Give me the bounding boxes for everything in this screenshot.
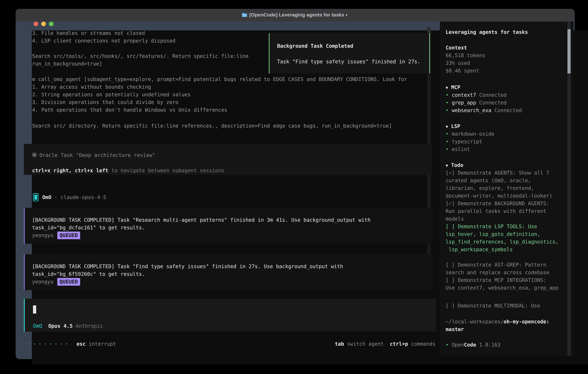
fisheye-icon xyxy=(32,153,37,157)
task-author: yeongyu xyxy=(32,279,53,285)
task-message-line2: task_id="bg_dcfac161" to get results. xyxy=(32,224,145,231)
chat-line: run_in_background=true] xyxy=(32,60,102,68)
chevron-down-icon: ▼ xyxy=(446,124,448,129)
context-used: 33% used xyxy=(446,59,470,67)
close-window-button[interactable] xyxy=(33,21,38,26)
status-dot-icon: • xyxy=(446,107,449,113)
brand-open: Open xyxy=(452,342,464,348)
status-dot-icon: • xyxy=(446,92,449,98)
mcp-item: • websearch_exa Connected xyxy=(446,107,522,114)
tab-key: tab xyxy=(335,341,344,347)
version-number: 1.0.163 xyxy=(476,342,501,348)
todo-line-pending: search and replace across codebase xyxy=(446,269,549,276)
agent-name: OmO xyxy=(42,194,51,200)
opencode-version-row: • OpenCode 1.0.163 xyxy=(446,341,501,349)
input-provider: Anthropic xyxy=(76,323,103,329)
window-title-text: [OpenCode] Leveraging agents for tasks ◐ xyxy=(249,12,348,18)
tool-call-item: 3. Division operations that could divide… xyxy=(32,98,178,106)
background-task-notification: Background Task Completed Task "Find typ… xyxy=(269,33,430,73)
chevron-down-icon: ▼ xyxy=(446,85,448,90)
context-heading: Context xyxy=(446,44,467,52)
chevron-down-icon: ▼ xyxy=(446,163,448,168)
todo-line-pending: Use context7, websearch_exa, grep_app xyxy=(446,284,558,292)
todo-line-pending: [ ] Demonstrate AST-GREP: Pattern xyxy=(446,261,546,269)
todo-line-done: [✓] Demonstrate AGENTS: Show all 7 xyxy=(446,169,549,177)
workspace-repo: oh-my-opencode: xyxy=(504,319,549,324)
input-agent: OmO xyxy=(33,323,42,329)
chat-line: 3. File handles or streams not closed xyxy=(32,29,145,37)
input-meta-row: OmO Opus 4.5 Anthropic xyxy=(33,322,103,330)
context-tokens: 66,518 tokens xyxy=(446,52,485,59)
todo-line-active: lsp_find_references, lsp_diagnostics, xyxy=(446,238,558,246)
hint-keys: ctrl+x right, ctrl+x left xyxy=(32,168,108,173)
task-message-card: [BACKGROUND TASK COMPLETED] Task "Find t… xyxy=(24,254,433,290)
tool-call-tail: Search src/ directory. Return specific f… xyxy=(32,122,392,130)
notification-body: Task "Find type safety issues" finished … xyxy=(277,58,420,65)
input-model: Opus 4.5 xyxy=(48,323,73,329)
task-message-meta: yeongyuQUEUED xyxy=(32,231,80,239)
workspace-branch: master xyxy=(446,326,464,333)
agent-header: OmO · claude-opus-4-5 xyxy=(42,194,106,201)
title-bar: [OpenCode] Leveraging agents for tasks ◐ xyxy=(16,9,575,21)
lsp-section-header[interactable]: ▼ LSP xyxy=(446,123,460,130)
zoom-window-button[interactable] xyxy=(49,21,53,26)
context-spent: $0.46 spent xyxy=(446,67,479,75)
status-dot-icon: • xyxy=(446,100,449,105)
task-author: yeongyu xyxy=(32,232,53,238)
sidebar-scrollbar-thumb[interactable] xyxy=(567,29,571,73)
spinner-dots-icon: ········ xyxy=(28,341,71,347)
status-dot-icon: • xyxy=(446,139,449,145)
lsp-item: • typescript xyxy=(446,138,482,145)
oracle-task-hint: ctrl+x right, ctrl+x left to navigate be… xyxy=(32,167,224,174)
minimize-window-button[interactable] xyxy=(41,21,46,26)
oracle-task-title: Oracle Task "Deep architecture review" xyxy=(32,151,155,159)
chat-line: 4. LSP client connections not properly d… xyxy=(32,37,175,45)
esc-label: interrupt xyxy=(86,341,116,347)
todo-section-header[interactable]: ▼ Todo xyxy=(446,161,463,169)
agent-checkbox-icon[interactable] xyxy=(33,193,39,201)
task-message-meta: yeongyuQUEUED xyxy=(32,278,80,286)
status-badge: QUEUED xyxy=(57,278,80,286)
notification-title: Background Task Completed xyxy=(277,42,353,50)
tab-label: switch agent xyxy=(344,341,384,347)
todo-line-done: document-writer, multimodal-looker) xyxy=(446,192,552,200)
status-dot-icon: • xyxy=(446,342,449,348)
status-bar-right: tab switch agent ctrl+p commands xyxy=(330,340,435,348)
gear-icon: ⚙ xyxy=(32,76,35,82)
status-dot-icon: • xyxy=(446,146,449,152)
oracle-task-box: Oracle Task "Deep architecture review" c… xyxy=(24,144,432,175)
tool-call-item: 2. String operations on potentially unde… xyxy=(32,91,191,98)
todo-line-done: curated agents (OmO, oracle, xyxy=(446,177,531,184)
mcp-item: • grep_app Connected xyxy=(446,99,506,107)
todo-line-pending: [ ] Demonstrate MULTIMODAL: Use xyxy=(446,302,540,310)
task-message-line2: task_id="bg_6f59260c" to get results. xyxy=(32,270,145,278)
task-message-card: [BACKGROUND TASK COMPLETED] Task "Resear… xyxy=(24,208,433,244)
window-title: [OpenCode] Leveraging agents for tasks ◐ xyxy=(16,12,575,18)
text-cursor xyxy=(33,305,36,313)
todo-line-pending: [ ] Demonstrate MCP INTEGRATIONS: xyxy=(446,276,546,284)
screenshot-canvas: [OpenCode] Leveraging agents for tasks ◐… xyxy=(0,0,588,374)
todo-line-active: lsp_hover, lsp_goto_definition, xyxy=(446,230,540,238)
tool-call-item: 1. Array access without bounds checking xyxy=(32,83,151,91)
status-dot-icon: • xyxy=(446,131,449,137)
mcp-item: • context7 Connected xyxy=(446,91,506,99)
ctrlp-label: commands xyxy=(408,341,435,347)
status-badge: QUEUED xyxy=(57,231,80,239)
separator-dot: · xyxy=(54,194,57,200)
folder-icon xyxy=(242,13,247,17)
lsp-item: • eslint xyxy=(446,145,470,153)
tool-call-line: ⚙ call_omo_agent [subagent_type=explore,… xyxy=(32,75,423,83)
session-title: Leveraging agents for tasks xyxy=(446,28,528,36)
brand-code: Code xyxy=(464,342,476,348)
todo-line-done: librarian, explore, frontend, xyxy=(446,184,534,192)
task-message-line1: [BACKGROUND TASK COMPLETED] Task "Find t… xyxy=(32,263,343,270)
workspace-path: ~/local-workspaces/oh-my-opencode: xyxy=(446,318,549,326)
status-bar-left: ········ esc interrupt xyxy=(28,340,116,348)
todo-line-done: Run parallel tasks with different xyxy=(446,208,546,215)
ctrlp-key: ctrl+p xyxy=(390,341,408,347)
mcp-section-header[interactable]: ▼ MCP xyxy=(446,83,460,92)
chat-line: Search src/tools/, src/hooks/, src/featu… xyxy=(32,52,249,60)
tool-call-item: 4. Path operations that don't handle Win… xyxy=(32,106,227,114)
prompt-input[interactable]: OmO Opus 4.5 Anthropic xyxy=(24,299,436,332)
todo-line-active: lsp_workspace_symbols xyxy=(446,246,513,253)
